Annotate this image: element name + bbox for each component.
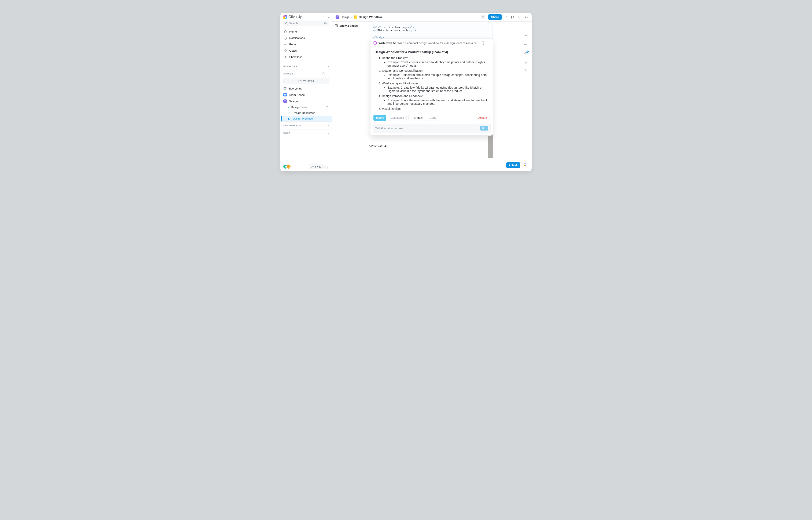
submit-shortcut[interactable]: ⌘ ↵ [480,126,488,131]
nav-label: Goals [289,49,297,52]
ai-write-modal: Write with AI: Write a compact design wo… [370,38,493,136]
apps-grid-icon [523,163,526,166]
ai-more-menu[interactable]: ⋮ [487,43,490,43]
search-input[interactable]: Search ⌘K [283,21,329,26]
home-icon [284,30,287,33]
more-menu-button[interactable]: ••• [523,15,528,19]
ai-output-heading: Design Workflow for a Product Startup (T… [375,50,488,54]
user-plus-icon [312,166,314,168]
status-dot-icon [288,107,289,108]
list-icon: ○ [288,111,291,114]
space-label: Team Space [289,93,305,97]
dashboards-section[interactable]: DASHBOARDS › [280,122,332,129]
document-canvas[interactable]: <h1>This is a heading</h1> <p>This is a … [367,22,532,171]
list-item: Visual Design: [382,107,488,110]
team-space-icon [283,93,287,97]
sidebar: ClickUp « Search ⌘K Home [280,13,332,171]
code-tag: </h1> [406,26,414,29]
nav-label: Home [289,30,297,33]
pages-icon [335,24,338,27]
list-sub-item: Example: Conduct user research to identi… [387,60,488,67]
ai-prompt-preview: Write a compact design workflow for a de… [398,42,480,45]
try-again-button[interactable]: Try Again [408,115,425,121]
chevron-right-icon[interactable]: › [328,65,329,68]
task-button-label: Task [512,163,518,167]
docs-title: DOCS [283,132,290,134]
space-label: Everything [289,87,302,90]
help-button[interactable]: ? [325,164,329,169]
brand-logo-icon [283,15,287,19]
nav-show-less[interactable]: Show less [282,54,331,60]
info-icon[interactable]: i [482,41,485,45]
slash-command-text: /Write with AI [369,144,387,148]
svg-rect-11 [284,100,286,102]
tree-label: Design Resources [293,111,315,114]
search-icon [285,22,288,25]
nav-pulse[interactable]: Pulse [282,41,331,47]
docs-section[interactable]: DOCS › [280,129,332,137]
svg-rect-5 [284,87,285,88]
ai-followup-input[interactable] [375,127,478,130]
nav-label: Notifications [289,36,305,40]
task-count: 2 [326,106,329,109]
space-label: Design [289,100,298,103]
search-icon[interactable] [322,72,325,75]
tree-item-design-tasks[interactable]: Design Tasks 2 [281,104,332,110]
share-button[interactable]: Share [488,14,502,20]
typography-button[interactable]: Aa [524,43,527,46]
ai-assist-button[interactable]: 1 [524,51,527,55]
pulse-icon [284,43,287,46]
tree-item-design-workflow[interactable]: Design Workflow [281,116,332,122]
nav-notifications[interactable]: Notifications [282,35,331,41]
favorites-section-title: FAVORITES [283,65,297,68]
expand-icon[interactable] [524,34,527,37]
grid-icon [283,87,287,90]
list-sub-item: Example: Create low-fidelity wireframes … [387,86,488,93]
btn-label: Discard [478,116,487,119]
star-icon[interactable]: ☆ [505,15,508,19]
show-pages-toggle[interactable]: Show 2 pages [335,24,364,27]
chevron-down-icon: ⌄ [292,166,294,168]
breadcrumb-item[interactable]: Design [341,16,350,19]
space-everything[interactable]: Everything [280,85,332,92]
topbar: ▢ Design / 📐 Design Workflow Share ☆ ••• [332,13,532,22]
download-icon[interactable] [517,16,520,19]
app-center-button[interactable] [522,162,528,168]
edit-inputs-button[interactable]: Edit Inputs [388,115,406,121]
svg-point-3 [323,73,324,74]
workspace-avatars[interactable]: J JS ⌄ [283,164,294,169]
new-space-button[interactable]: + NEW SPACE [283,78,329,84]
collapse-sidebar-icon[interactable]: « [328,16,329,19]
nav-home[interactable]: Home [282,28,331,35]
space-team[interactable]: Team Space [280,92,332,98]
avatar: JS [286,164,291,169]
nav-label: Show less [289,55,302,59]
nav-goals[interactable]: Goals [282,47,331,54]
insert-button[interactable]: Insert [374,115,386,121]
svg-rect-8 [285,89,286,89]
search-shortcut: ⌘K [324,22,327,25]
invite-button[interactable]: Invite [309,164,324,169]
ai-followup-input-wrap: ⌘ ↵ [373,124,491,133]
eyedropper-icon[interactable] [524,60,527,64]
chevron-right-icon: › [328,132,329,134]
svg-point-9 [285,94,285,95]
chevron-down-icon[interactable]: ⌄ [327,72,329,75]
breadcrumb: ▢ Design / 📐 Design Workflow [335,16,382,19]
comment-icon[interactable] [511,15,514,19]
space-design[interactable]: Design [280,98,332,104]
tree-item-design-resources[interactable]: ○ Design Resources [281,110,332,116]
code-tag: <p> [373,29,378,32]
bell-icon [284,36,287,40]
arrow-up-icon [284,55,287,59]
tree-label: Design Tasks [291,106,307,109]
list-item: Define the Problem: Example: Conduct use… [382,56,488,67]
discard-button[interactable]: Discard [475,115,490,121]
svg-rect-7 [284,89,285,89]
copy-button[interactable]: Copy [427,115,439,121]
trophy-icon [284,49,287,52]
history-button[interactable] [481,15,485,20]
export-icon[interactable] [524,69,527,73]
create-task-button[interactable]: + Task [506,162,520,168]
doc-body: Show 2 pages <h1>This is a heading</h1> … [332,22,532,171]
